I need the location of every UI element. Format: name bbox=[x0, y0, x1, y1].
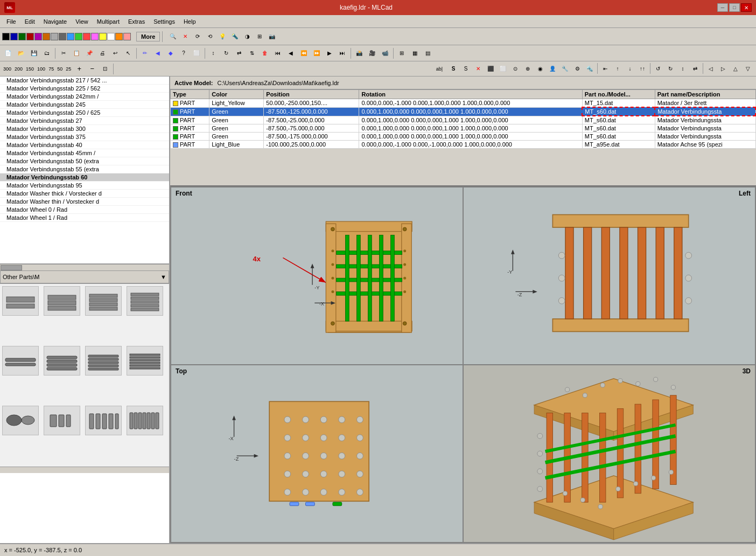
viewport-top[interactable]: Top bbox=[171, 365, 463, 542]
parts-list-item[interactable]: Matador Washer thin / Vorstecker d bbox=[0, 198, 169, 206]
menu-settings[interactable]: Settings bbox=[149, 17, 179, 26]
parts-list-item[interactable]: Matador Washer thick / Vorstecker d bbox=[0, 190, 169, 198]
thumb-7[interactable] bbox=[85, 346, 122, 376]
parts-list-item[interactable]: Matador Verbindungsstab 60 bbox=[0, 173, 169, 182]
arr1-icon[interactable]: ⇤ bbox=[599, 63, 611, 75]
cut-icon[interactable]: ✂ bbox=[58, 47, 69, 59]
parts-list-item[interactable]: Matador Verbindungsstab 242mm / bbox=[0, 93, 169, 101]
col-position[interactable]: Position bbox=[264, 90, 359, 99]
hscroll-thumb[interactable] bbox=[1, 265, 22, 270]
menu-navigate[interactable]: Navigate bbox=[39, 17, 71, 26]
grid-icon[interactable]: ⊞ bbox=[254, 31, 265, 43]
thumb-9[interactable] bbox=[2, 406, 39, 435]
table-row[interactable]: PARTGreen-87.500,-25.000,0.0000.000,1.00… bbox=[171, 116, 756, 124]
color-swatch-pink[interactable] bbox=[91, 33, 99, 40]
light-icon[interactable]: 💡 bbox=[216, 31, 228, 43]
table-row[interactable]: PARTLight_Yellow50.000,-250.000,150....0… bbox=[171, 99, 756, 108]
new-icon[interactable]: 📄 bbox=[2, 47, 14, 59]
nav1-icon[interactable]: ◁ bbox=[705, 63, 717, 75]
rot4-icon[interactable]: ↕ bbox=[677, 63, 689, 75]
cam3-icon[interactable]: 📹 bbox=[379, 47, 391, 59]
color-swatch-darkred[interactable] bbox=[26, 33, 34, 40]
cmd1-icon[interactable]: ⬛ bbox=[485, 63, 496, 75]
close-icon[interactable]: ✕ bbox=[179, 31, 191, 43]
cmd6-icon[interactable]: 🔧 bbox=[559, 63, 571, 75]
zoom-75[interactable]: 75 bbox=[47, 66, 55, 72]
grid2-icon[interactable]: ⊞ bbox=[396, 47, 408, 59]
person-icon[interactable]: 👤 bbox=[547, 63, 558, 75]
nav3-icon[interactable]: △ bbox=[730, 63, 741, 75]
left-bottom-scroll[interactable] bbox=[0, 467, 169, 473]
step-fwd-icon[interactable]: ⏭ bbox=[337, 47, 348, 59]
table-row[interactable]: PARTLight_Blue-100.000,25.000,0.0000.000… bbox=[171, 141, 756, 149]
color-swatch-yellow[interactable] bbox=[99, 33, 107, 40]
parts-list-item[interactable]: Matador Verbindungsstab 50 (extra bbox=[0, 157, 169, 165]
nav4-icon[interactable]: ▽ bbox=[742, 63, 754, 75]
s-icon[interactable]: S bbox=[447, 63, 459, 75]
cmd4-icon[interactable]: ⊕ bbox=[522, 63, 534, 75]
zoom-in-icon[interactable]: + bbox=[73, 63, 85, 75]
cam1-icon[interactable]: 📸 bbox=[353, 47, 365, 59]
flip-icon[interactable]: ⇄ bbox=[233, 47, 245, 59]
flip2-icon[interactable]: ⇅ bbox=[246, 47, 258, 59]
camera-icon[interactable]: 📷 bbox=[266, 31, 278, 43]
save2-icon[interactable]: 🗂 bbox=[41, 47, 53, 59]
color-swatch-ltgray[interactable] bbox=[51, 33, 58, 40]
help2-icon[interactable]: ? bbox=[178, 47, 190, 59]
rotate2-icon[interactable]: ⟲ bbox=[204, 31, 216, 43]
thumb-6[interactable] bbox=[44, 346, 80, 376]
forward-icon[interactable]: ⏩ bbox=[311, 47, 323, 59]
copy-icon[interactable]: 📋 bbox=[71, 47, 82, 59]
parts-list-item[interactable]: Matador Verbindungsstab 250 / 625 bbox=[0, 109, 169, 117]
parts-list-item[interactable]: Matador Verbindungsstab 300 bbox=[0, 125, 169, 133]
col-partname[interactable]: Part name/Description bbox=[655, 90, 755, 99]
parts-table-container[interactable]: Type Color Position Rotation Part no./Mo… bbox=[170, 89, 756, 186]
step-back-icon[interactable]: ⏮ bbox=[272, 47, 284, 59]
col-color[interactable]: Color bbox=[209, 90, 264, 99]
parts-list-item[interactable]: Matador Wheel 1 / Rad bbox=[0, 214, 169, 222]
thumb-5[interactable] bbox=[2, 346, 39, 376]
table-row[interactable]: PARTGreen-87.500,-75.000,0.0000.000,1.00… bbox=[171, 124, 756, 133]
cmd8-icon[interactable]: 🔩 bbox=[584, 63, 596, 75]
draw-icon[interactable]: ✏ bbox=[139, 47, 151, 59]
rewind-icon[interactable]: ⏪ bbox=[298, 47, 310, 59]
color-swatch-white[interactable] bbox=[107, 33, 115, 40]
thumb-8[interactable] bbox=[127, 346, 163, 376]
layout-icon[interactable]: ▤ bbox=[422, 47, 433, 59]
viewport-left[interactable]: Left bbox=[464, 187, 755, 364]
select-icon[interactable]: ⬜ bbox=[191, 47, 202, 59]
zoom-100[interactable]: 100 bbox=[36, 66, 46, 72]
s2-icon[interactable]: S bbox=[460, 63, 472, 75]
open-icon[interactable]: 📂 bbox=[15, 47, 27, 59]
color-swatch-orange[interactable] bbox=[43, 33, 50, 40]
arr3-icon[interactable]: ↓ bbox=[624, 63, 636, 75]
cmd5-icon[interactable]: ◉ bbox=[534, 63, 546, 75]
color-swatch-green[interactable] bbox=[18, 33, 26, 40]
color-swatch-red[interactable] bbox=[83, 33, 90, 40]
menu-edit[interactable]: Edit bbox=[20, 17, 39, 26]
zoom-out-icon[interactable]: − bbox=[86, 63, 98, 75]
parts-list-item[interactable]: Matador Verbindungsstab 55 (extra bbox=[0, 165, 169, 173]
parts-list-item[interactable]: Matador Verbindungsstab 225 / 562 bbox=[0, 85, 169, 93]
thumb-4[interactable] bbox=[127, 286, 163, 316]
move-icon[interactable]: ↕ bbox=[207, 47, 219, 59]
thumb-3[interactable] bbox=[85, 286, 122, 316]
color-swatch-blue[interactable] bbox=[10, 33, 18, 40]
parts-list-item[interactable]: Matador Verbindungsstab 45mm / bbox=[0, 149, 169, 157]
table-icon[interactable]: ▦ bbox=[409, 47, 421, 59]
parts-list-item[interactable]: Matador Verbindungsstab 40 bbox=[0, 141, 169, 149]
color-swatch-ltblue[interactable] bbox=[67, 33, 74, 40]
save-icon[interactable]: 💾 bbox=[28, 47, 40, 59]
window-controls[interactable]: ─ □ ✕ bbox=[717, 3, 752, 12]
cmd7-icon[interactable]: ⚙ bbox=[571, 63, 583, 75]
col-partno[interactable]: Part no./Model... bbox=[582, 90, 655, 99]
menu-help[interactable]: Help bbox=[179, 17, 200, 26]
parts-list-item[interactable]: Matador Wheel 0 / Rad bbox=[0, 206, 169, 214]
x-icon[interactable]: ✕ bbox=[472, 63, 484, 75]
color-swatch-gray[interactable] bbox=[59, 33, 66, 40]
play-icon[interactable]: ▶ bbox=[324, 47, 335, 59]
thumb-2[interactable] bbox=[44, 286, 80, 316]
color-swatch-purple[interactable] bbox=[34, 33, 42, 40]
rot3-icon[interactable]: ↻ bbox=[664, 63, 676, 75]
del-icon[interactable]: 🗑 bbox=[259, 47, 271, 59]
